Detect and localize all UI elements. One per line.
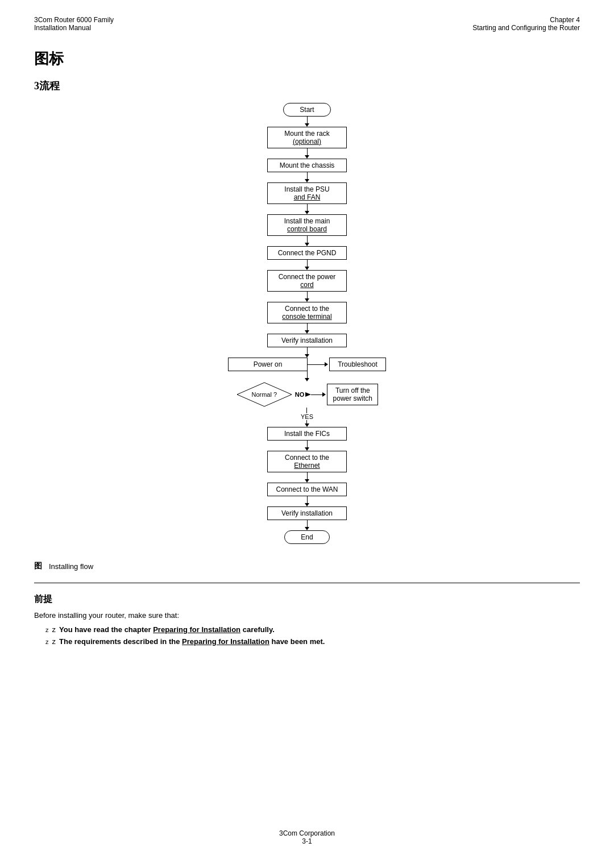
prereq-list: z You have read the chapter Preparing fo… (34, 625, 580, 646)
figure-label: Installing flow (49, 562, 93, 571)
fc-connect-eth: Connect to theEthernet (267, 451, 347, 472)
fc-normal-diamond: Normal ? (236, 381, 293, 408)
header-section: Starting and Configuring the Router (472, 24, 580, 32)
fc-connect-power: Connect the powercord (267, 270, 347, 292)
fc-troubleshoot: Troubleshoot (329, 358, 386, 371)
fc-mount-rack: Mount the rack(optional) (267, 127, 347, 148)
figure-caption: 图 Installing flow (34, 561, 580, 571)
header-doc-type: Installation Manual (34, 24, 114, 32)
page-header: 3Com Router 6000 Family Installation Man… (0, 0, 614, 38)
footer-page: 3-1 (0, 837, 614, 845)
svg-marker-1 (305, 392, 311, 397)
section-divider (34, 583, 580, 583)
fc-install-psu: Install the PSUand FAN (267, 182, 347, 204)
fc-verify2: Verify installation (267, 506, 347, 520)
header-chapter: Chapter 4 (472, 16, 580, 24)
prereq-item-1: z You have read the chapter Preparing fo… (45, 625, 580, 634)
flowchart-container: Start Mount the rack(optional) Mount the… (34, 103, 580, 544)
fc-end: End (284, 530, 329, 544)
fc-connect-wan: Connect to the WAN (267, 483, 347, 496)
header-left: 3Com Router 6000 Family Installation Man… (34, 16, 114, 32)
figure-number: 图 (34, 561, 42, 571)
section1-title: 3流程 (34, 79, 580, 93)
fc-turn-off: Turn off thepower switch (327, 384, 378, 405)
page-content: 图标 3流程 Start Mount the rack(optional) (0, 38, 614, 672)
fc-connect-pgnd: Connect the PGND (267, 246, 347, 260)
chapter-title: 图标 (34, 49, 580, 69)
fc-install-fics: Install the FICs (267, 427, 347, 441)
section2-title: 前提 (34, 593, 580, 605)
page-footer: 3Com Corporation 3-1 (0, 829, 614, 845)
fc-install-mcb: Install the maincontrol board (267, 214, 347, 236)
footer-company: 3Com Corporation (0, 829, 614, 837)
prereq-item-2: z The requirements described in the Prep… (45, 637, 580, 646)
header-product: 3Com Router 6000 Family (34, 16, 114, 24)
fc-power-on: Power on (228, 358, 308, 371)
prereq-intro: Before installing your router, make sure… (34, 611, 580, 620)
fc-mount-chassis: Mount the chassis (267, 159, 347, 172)
prereq-item-1-text: You have read the chapter Preparing for … (59, 625, 275, 634)
fc-start: Start (283, 103, 330, 117)
prereq-item-2-text: The requirements described in the Prepar… (59, 637, 325, 646)
fc-connect-console: Connect to theconsole terminal (267, 302, 347, 323)
header-right: Chapter 4 Starting and Configuring the R… (472, 16, 580, 32)
fc-verify1: Verify installation (267, 334, 347, 347)
